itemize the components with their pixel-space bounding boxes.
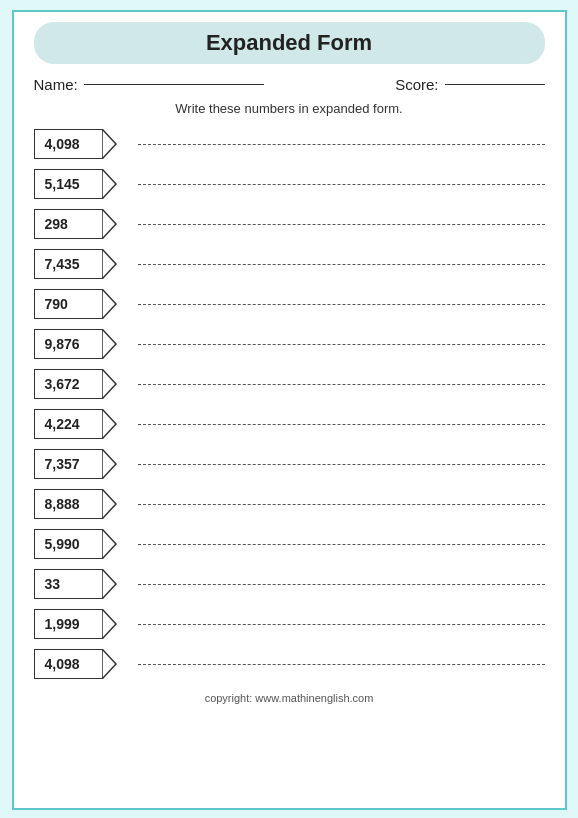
arrow-icon [102,409,120,439]
answer-line[interactable] [138,144,545,145]
title-bar: Expanded Form [34,22,545,64]
answer-line[interactable] [138,664,545,665]
answer-line[interactable] [138,584,545,585]
svg-marker-1 [102,169,116,199]
arrow-icon [102,209,120,239]
name-line[interactable] [84,84,264,85]
svg-marker-7 [102,409,116,439]
svg-marker-11 [102,569,116,599]
problem-row: 33 [34,566,545,602]
number-tag: 1,999 [34,609,124,639]
number-tag: 790 [34,289,124,319]
answer-line[interactable] [138,184,545,185]
number-value: 1,999 [34,609,102,639]
number-value: 790 [34,289,102,319]
number-tag: 298 [34,209,124,239]
number-value: 8,888 [34,489,102,519]
number-value: 5,145 [34,169,102,199]
number-value: 7,357 [34,449,102,479]
svg-marker-13 [102,649,116,679]
problem-row: 5,145 [34,166,545,202]
problem-row: 1,999 [34,606,545,642]
number-tag: 7,435 [34,249,124,279]
number-value: 33 [34,569,102,599]
svg-marker-0 [102,129,116,159]
arrow-icon [102,489,120,519]
number-tag: 3,672 [34,369,124,399]
number-tag: 4,224 [34,409,124,439]
svg-marker-6 [102,369,116,399]
svg-marker-3 [102,249,116,279]
worksheet-page: Expanded Form Name: Score: Write these n… [12,10,567,810]
number-value: 298 [34,209,102,239]
answer-line[interactable] [138,304,545,305]
score-label: Score: [395,76,438,93]
arrow-icon [102,609,120,639]
answer-line[interactable] [138,504,545,505]
arrow-icon [102,529,120,559]
number-value: 3,672 [34,369,102,399]
name-label: Name: [34,76,78,93]
problem-row: 790 [34,286,545,322]
number-value: 4,098 [34,649,102,679]
arrow-icon [102,169,120,199]
arrow-icon [102,129,120,159]
number-value: 4,224 [34,409,102,439]
svg-marker-10 [102,529,116,559]
number-tag: 5,990 [34,529,124,559]
problem-row: 9,876 [34,326,545,362]
problem-row: 4,098 [34,646,545,682]
arrow-icon [102,249,120,279]
svg-marker-5 [102,329,116,359]
svg-marker-8 [102,449,116,479]
answer-line[interactable] [138,624,545,625]
answer-line[interactable] [138,384,545,385]
problem-row: 298 [34,206,545,242]
number-value: 7,435 [34,249,102,279]
number-tag: 5,145 [34,169,124,199]
number-tag: 8,888 [34,489,124,519]
problem-row: 7,357 [34,446,545,482]
problem-row: 4,098 [34,126,545,162]
answer-line[interactable] [138,264,545,265]
name-section: Name: [34,76,264,93]
number-value: 9,876 [34,329,102,359]
copyright: copyright: www.mathinenglish.com [34,692,545,708]
answer-line[interactable] [138,424,545,425]
number-tag: 4,098 [34,129,124,159]
arrow-icon [102,649,120,679]
answer-line[interactable] [138,464,545,465]
svg-marker-12 [102,609,116,639]
problem-row: 8,888 [34,486,545,522]
number-tag: 7,357 [34,449,124,479]
arrow-icon [102,289,120,319]
number-tag: 33 [34,569,124,599]
number-value: 5,990 [34,529,102,559]
number-tag: 9,876 [34,329,124,359]
svg-marker-9 [102,489,116,519]
page-title: Expanded Form [206,30,372,55]
answer-line[interactable] [138,544,545,545]
instructions-text: Write these numbers in expanded form. [34,101,545,116]
problem-list: 4,0985,1452987,4357909,8763,6724,2247,35… [34,126,545,682]
score-section: Score: [395,76,544,93]
number-value: 4,098 [34,129,102,159]
number-tag: 4,098 [34,649,124,679]
answer-line[interactable] [138,224,545,225]
problem-row: 7,435 [34,246,545,282]
problem-row: 4,224 [34,406,545,442]
arrow-icon [102,329,120,359]
arrow-icon [102,569,120,599]
score-line[interactable] [445,84,545,85]
arrow-icon [102,369,120,399]
name-score-row: Name: Score: [34,76,545,93]
problem-row: 3,672 [34,366,545,402]
svg-marker-4 [102,289,116,319]
arrow-icon [102,449,120,479]
problem-row: 5,990 [34,526,545,562]
answer-line[interactable] [138,344,545,345]
svg-marker-2 [102,209,116,239]
